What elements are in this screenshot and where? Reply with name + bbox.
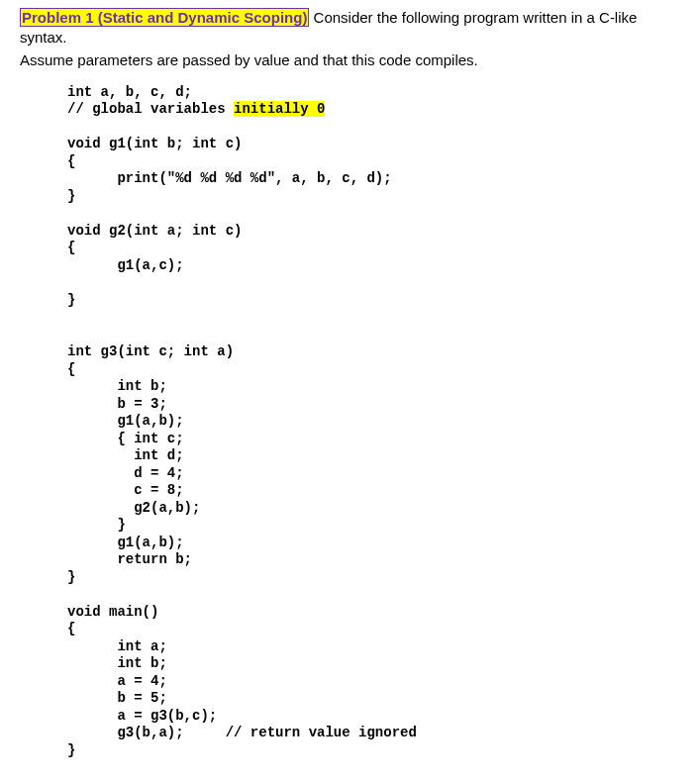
code-highlight: initially 0 [234,101,325,117]
code-line: g1(a,b); [67,413,184,429]
code-line: int b; [67,655,167,671]
code-line: { [67,361,75,377]
code-line: g3(b,a); // return value ignored [67,725,417,740]
problem-title: Problem 1 (Static and Dynamic Scoping) [20,8,309,27]
code-line: g1(a,b); [67,535,184,550]
code-line: } [67,517,126,533]
code-line: // global variables [67,101,234,117]
code-line: d = 4; [67,465,184,481]
code-line: int d; [67,447,184,463]
code-line: } [67,188,75,204]
problem-header: Problem 1 (Static and Dynamic Scoping) C… [20,8,680,49]
code-line: { int c; [67,431,184,446]
code-line: b = 5; [67,690,167,706]
code-line: g1(a,c); [67,257,184,273]
code-line: c = 8; [67,482,184,498]
code-line: int a; [67,638,167,654]
code-line: a = g3(b,c); [67,708,217,724]
code-line: { [67,621,75,636]
code-line: } [67,742,75,758]
code-line: { [67,240,75,255]
code-line: { [67,153,75,169]
code-line: void g1(int b; int c) [67,136,242,151]
code-line: a = 4; [67,673,167,689]
code-line: int a, b, c, d; [67,84,192,100]
code-line: print("%d %d %d %d", a, b, c, d); [67,170,392,186]
intro-text-2: Assume parameters are passed by value an… [20,50,680,70]
code-line: return b; [67,551,192,567]
code-line: void main() [67,604,158,620]
code-line: int g3(int c; int a) [67,343,234,359]
code-line: int b; [67,378,167,394]
code-line: } [67,292,75,308]
code-block: int a, b, c, d; // global variables init… [67,84,680,760]
code-line: } [67,569,75,585]
code-line: b = 3; [67,396,167,412]
code-line: g2(a,b); [67,500,200,516]
code-line: void g2(int a; int c) [67,223,242,239]
